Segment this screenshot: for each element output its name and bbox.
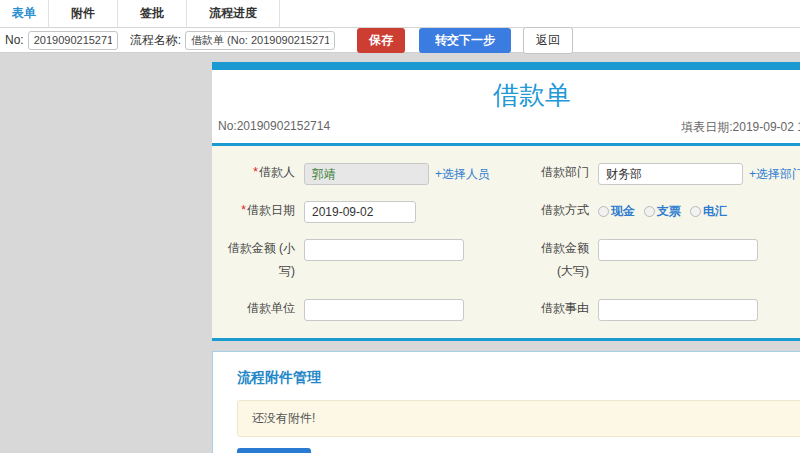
field-row-department: 借款部门 +选择部门 bbox=[528, 154, 800, 192]
select-person-link[interactable]: +选择人员 bbox=[435, 166, 490, 183]
loan-date-input[interactable] bbox=[304, 201, 416, 223]
radio-circle-icon[interactable] bbox=[644, 206, 655, 217]
loan-form-panel: 借款单 No:20190902152714 填表日期:2019-09-02 15… bbox=[212, 62, 800, 341]
amount-uppercase-label: 借款金额 (大写) bbox=[528, 237, 598, 283]
divider-line-bottom bbox=[212, 338, 800, 341]
amount-lowercase-input[interactable] bbox=[304, 239, 464, 261]
tab-form-label: 表单 bbox=[12, 5, 36, 22]
department-label: 借款部门 bbox=[528, 161, 598, 184]
amount-uppercase-input[interactable] bbox=[598, 239, 758, 261]
department-input[interactable] bbox=[598, 163, 743, 185]
tab-process-progress[interactable]: 流程进度 bbox=[187, 0, 280, 27]
loan-method-label: 借款方式 bbox=[528, 199, 598, 222]
tab-approval-label: 签批 bbox=[140, 5, 164, 22]
field-row-amount-lowercase: 借款金额 (小写) bbox=[220, 230, 528, 290]
field-row-loan-unit: 借款单位 bbox=[220, 290, 528, 328]
field-row-loan-method: 借款方式 现金 支票 电汇 bbox=[528, 192, 800, 230]
tab-approval[interactable]: 签批 bbox=[118, 0, 187, 27]
loan-reason-label: 借款事由 bbox=[528, 297, 598, 320]
no-input[interactable] bbox=[28, 31, 118, 50]
borrower-input[interactable] bbox=[304, 163, 429, 185]
no-attachments-message: 还没有附件! bbox=[237, 400, 800, 437]
field-row-borrower: *借款人 +选择人员 bbox=[220, 154, 528, 192]
save-button[interactable]: 保存 bbox=[357, 28, 405, 53]
radio-cheque[interactable]: 支票 bbox=[644, 203, 681, 220]
tab-form[interactable]: 表单 bbox=[0, 0, 49, 27]
upload-attachment-button[interactable]: 上传附件 bbox=[237, 448, 311, 453]
borrower-label: *借款人 bbox=[220, 161, 304, 184]
amount-lowercase-label: 借款金额 (小写) bbox=[220, 237, 304, 283]
tab-process-progress-label: 流程进度 bbox=[209, 5, 257, 22]
form-meta-row: No:20190902152714 填表日期:2019-09-02 15:27:… bbox=[212, 113, 800, 143]
loan-reason-input[interactable] bbox=[598, 299, 758, 321]
flow-name-label: 流程名称: bbox=[130, 32, 181, 49]
required-mark: * bbox=[241, 203, 246, 217]
radio-circle-icon[interactable] bbox=[690, 206, 701, 217]
tab-attachments-label: 附件 bbox=[71, 5, 95, 22]
form-fields-area: *借款人 +选择人员 借款部门 +选择部门 *借款日期 bbox=[212, 146, 800, 338]
top-tab-bar: 表单 附件 签批 流程进度 bbox=[0, 0, 800, 28]
radio-circle-icon[interactable] bbox=[598, 206, 609, 217]
radio-cash-label: 现金 bbox=[611, 203, 635, 220]
attachments-header: 流程附件管理 bbox=[237, 369, 800, 387]
required-mark: * bbox=[253, 165, 258, 179]
back-button[interactable]: 返回 bbox=[523, 27, 573, 54]
radio-cash[interactable]: 现金 bbox=[598, 203, 635, 220]
field-row-amount-uppercase: 借款金额 (大写) bbox=[528, 230, 800, 290]
loan-unit-input[interactable] bbox=[304, 299, 464, 321]
form-no-text: No:20190902152714 bbox=[218, 119, 330, 136]
loan-method-options: 现金 支票 电汇 bbox=[598, 199, 727, 220]
field-row-loan-reason: 借款事由 bbox=[528, 290, 800, 328]
tab-attachments[interactable]: 附件 bbox=[49, 0, 118, 27]
forward-next-step-button[interactable]: 转交下一步 bbox=[419, 28, 511, 53]
flow-name-input[interactable] bbox=[185, 31, 335, 50]
loan-date-label: *借款日期 bbox=[220, 199, 304, 222]
no-label: No: bbox=[5, 33, 24, 47]
form-title: 借款单 bbox=[212, 70, 800, 113]
loan-unit-label: 借款单位 bbox=[220, 297, 304, 320]
radio-cheque-label: 支票 bbox=[657, 203, 681, 220]
command-bar: No: 流程名称: 保存 转交下一步 返回 bbox=[0, 28, 800, 53]
radio-wire-transfer[interactable]: 电汇 bbox=[690, 203, 727, 220]
panel-top-accent-bar bbox=[212, 62, 800, 70]
attachments-panel: 流程附件管理 还没有附件! 上传附件 bbox=[212, 351, 800, 453]
field-row-loan-date: *借款日期 bbox=[220, 192, 528, 230]
form-date-text: 填表日期:2019-09-02 15:27:14 bbox=[681, 119, 800, 136]
radio-wire-transfer-label: 电汇 bbox=[703, 203, 727, 220]
select-department-link[interactable]: +选择部门 bbox=[749, 166, 800, 183]
main-content: 借款单 No:20190902152714 填表日期:2019-09-02 15… bbox=[212, 62, 800, 453]
